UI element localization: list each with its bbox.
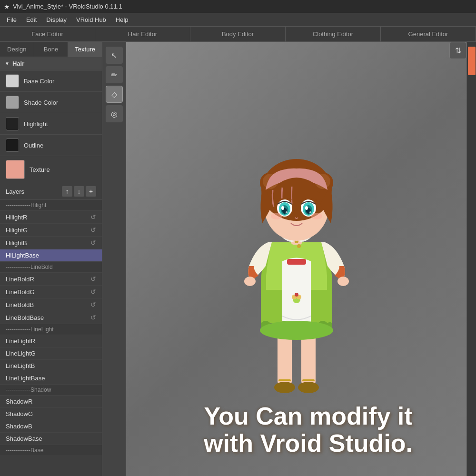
canvas-area: ↖ ✏ ◇ ◎: [102, 42, 466, 476]
layer-item-linelightr[interactable]: LineLightR: [0, 335, 102, 347]
overlay-line2: with Vroid Studio.: [150, 430, 466, 457]
svg-rect-5: [302, 379, 315, 381]
layer-item-lineboldbase[interactable]: LineBoldBase ↺: [0, 311, 102, 324]
svg-point-36: [309, 211, 311, 213]
layer-item-hilightbase[interactable]: HiLightBase: [0, 249, 102, 262]
menubar: File Edit Display VRoid Hub Help: [0, 13, 476, 27]
svg-point-35: [305, 206, 308, 210]
pen-tool-button[interactable]: ✏: [106, 66, 123, 83]
canvas-toolbar: ↖ ✏ ◇ ◎: [102, 42, 126, 476]
texture-swatch: [6, 160, 25, 179]
right-panel: [466, 42, 476, 476]
viewport[interactable]: You Can modify it with Vroid Studio.: [126, 42, 466, 476]
menu-file[interactable]: File: [2, 14, 21, 25]
hair-section-arrow: ▼: [5, 61, 10, 66]
fill-tool-button[interactable]: ◎: [106, 105, 123, 122]
menu-edit[interactable]: Edit: [21, 14, 41, 25]
layer-item-shadowr[interactable]: ShadowR: [0, 396, 102, 408]
texture-item[interactable]: Texture: [0, 156, 102, 183]
sidebar: Design Bone Texture ▼ Hair Base Color Sh…: [0, 42, 102, 476]
layer-item-shadowbase[interactable]: ShadowBase: [0, 433, 102, 445]
layer-down-button[interactable]: ↓: [74, 186, 84, 197]
export-button-area: ⇅: [449, 42, 466, 59]
svg-point-3: [298, 382, 319, 393]
layer-item-hilightr[interactable]: HilightR ↺: [0, 211, 102, 224]
layer-add-button[interactable]: +: [86, 186, 96, 197]
layer-item-lineboldr[interactable]: LineBoldR ↺: [0, 273, 102, 286]
export-button[interactable]: ⇅: [449, 42, 466, 59]
sub-tab-bone[interactable]: Bone: [34, 42, 69, 57]
svg-point-12: [244, 277, 256, 286]
layer-icon-hilightg: ↺: [90, 226, 96, 234]
svg-point-11: [295, 293, 298, 297]
sub-tabs: Design Bone Texture: [0, 42, 102, 57]
layer-icon-lineboldr: ↺: [90, 275, 96, 283]
base-color-label: Base Color: [24, 78, 54, 85]
sub-tab-texture[interactable]: Texture: [68, 42, 102, 57]
layer-list: -------------Hilight HilightR ↺ HilightG…: [0, 200, 102, 476]
highlight-swatch: [6, 117, 19, 130]
menu-help[interactable]: Help: [111, 14, 133, 25]
svg-point-29: [281, 206, 284, 210]
tab-body-editor[interactable]: Body Editor: [190, 27, 286, 41]
tab-clothing-editor[interactable]: Clothing Editor: [286, 27, 381, 41]
tab-face-editor[interactable]: Face Editor: [0, 27, 95, 41]
character-container: [220, 90, 373, 414]
svg-point-30: [286, 211, 288, 213]
layer-item-lineboldg[interactable]: LineBoldG ↺: [0, 286, 102, 298]
layers-title: Layers: [6, 188, 60, 195]
titlebar-title: Vivi_Anime_Style* - VRoidStudio 0.11.1: [13, 3, 122, 10]
shade-color-item[interactable]: Shade Color: [0, 92, 102, 113]
layer-group-shadow: -------------Shadow: [0, 385, 102, 396]
select-tool-button[interactable]: ↖: [106, 47, 123, 64]
titlebar: ★ Vivi_Anime_Style* - VRoidStudio 0.11.1: [0, 0, 476, 13]
editor-tabs: Face Editor Hair Editor Body Editor Clot…: [0, 27, 476, 42]
highlight-item[interactable]: Highlight: [0, 113, 102, 135]
layer-item-linelightb[interactable]: LineLightB: [0, 360, 102, 372]
layer-item-shadowb[interactable]: ShadowB: [0, 420, 102, 433]
svg-rect-6: [287, 259, 306, 265]
sub-tab-design[interactable]: Design: [0, 42, 34, 57]
tab-general-editor[interactable]: General Editor: [381, 27, 476, 41]
outline-swatch: [6, 139, 19, 152]
layer-group-linebold: -------------LineBold: [0, 262, 102, 273]
texture-label: Texture: [30, 166, 50, 173]
main-layout: Design Bone Texture ▼ Hair Base Color Sh…: [0, 42, 476, 476]
svg-point-13: [337, 277, 349, 286]
layer-item-lineboldb[interactable]: LineBoldB ↺: [0, 298, 102, 311]
base-color-item[interactable]: Base Color: [0, 70, 102, 92]
svg-point-17: [297, 244, 301, 248]
layer-icon-lineboldb: ↺: [90, 301, 96, 308]
highlight-label: Highlight: [24, 120, 48, 128]
hair-section-label: Hair: [12, 60, 24, 67]
shade-color-swatch: [6, 96, 19, 109]
layer-group-base: -------------Base: [0, 445, 102, 456]
layer-group-hilight: -------------Hilight: [0, 200, 102, 211]
svg-rect-4: [278, 379, 291, 381]
layer-up-button[interactable]: ↑: [62, 186, 72, 197]
svg-point-37: [271, 213, 282, 219]
right-panel-button-1[interactable]: [468, 47, 476, 75]
menu-display[interactable]: Display: [41, 14, 71, 25]
svg-point-2: [274, 382, 295, 393]
menu-vroid-hub[interactable]: VRoid Hub: [71, 14, 111, 25]
layers-header: Layers ↑ ↓ +: [0, 183, 102, 200]
layer-item-linelightg[interactable]: LineLightG: [0, 347, 102, 360]
layer-group-linelight: -------------LineLight: [0, 324, 102, 335]
base-color-swatch: [6, 74, 19, 88]
layer-icon-hilightb: ↺: [90, 239, 96, 247]
eraser-tool-button[interactable]: ◇: [106, 86, 123, 103]
outline-label: Outline: [24, 142, 43, 149]
layer-icon-lineboldg: ↺: [90, 288, 96, 296]
tab-hair-editor[interactable]: Hair Editor: [95, 27, 190, 41]
layer-item-shadowg[interactable]: ShadowG: [0, 408, 102, 420]
layer-item-hilightb[interactable]: HilightB ↺: [0, 237, 102, 249]
titlebar-icon: ★: [4, 3, 10, 10]
layer-item-linelightbase[interactable]: LineLightBase: [0, 372, 102, 385]
outline-item[interactable]: Outline: [0, 135, 102, 156]
svg-point-38: [311, 213, 322, 219]
layer-icon-hilightr: ↺: [90, 213, 96, 221]
svg-point-7: [260, 321, 333, 340]
layer-item-hilightg[interactable]: HilightG ↺: [0, 224, 102, 237]
hair-section-header[interactable]: ▼ Hair: [0, 57, 102, 70]
